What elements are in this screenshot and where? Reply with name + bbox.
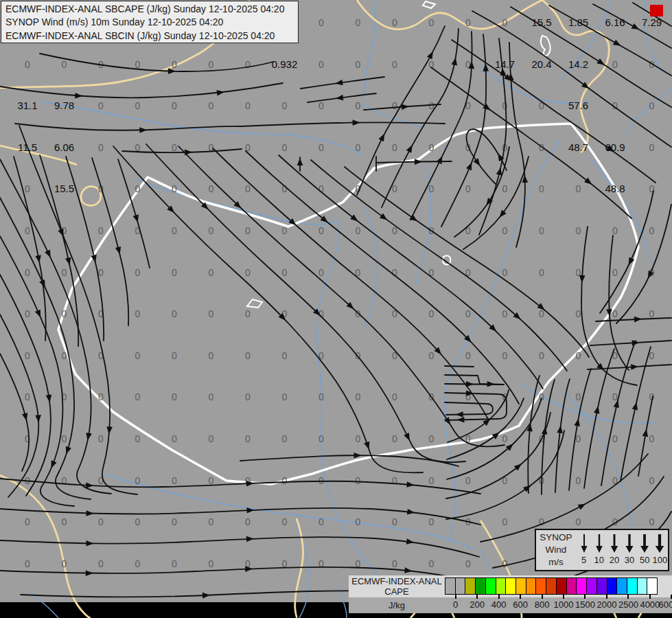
cape-color-swatch bbox=[627, 577, 638, 595]
grid-zero-label: 0 bbox=[429, 183, 435, 194]
cape-legend-param: CAPE bbox=[349, 587, 445, 597]
grid-zero-label: 0 bbox=[429, 433, 435, 444]
grid-zero-label: 0 bbox=[282, 100, 288, 111]
grid-zero-label: 0 bbox=[245, 391, 251, 402]
grid-zero-label: 0 bbox=[135, 308, 141, 319]
station-value: 57.6 bbox=[568, 100, 588, 111]
grid-zero-label: 0 bbox=[209, 350, 214, 361]
grid-zero-label: 0 bbox=[539, 308, 544, 319]
weather-map: 00000015.51.856.167.2900000000.932000001… bbox=[0, 0, 672, 618]
grid-zero-label: 0 bbox=[172, 100, 177, 111]
grid-zero-label: 0 bbox=[62, 558, 67, 569]
grid-zero-label: 0 bbox=[502, 433, 508, 444]
grid-zero-label: 0 bbox=[649, 142, 655, 153]
cape-tick-label: 600 bbox=[513, 599, 528, 610]
grid-zero-label: 0 bbox=[502, 225, 508, 236]
station-value: 6.06 bbox=[54, 141, 74, 153]
cape-tick bbox=[649, 595, 651, 599]
grid-zero-label: 0 bbox=[172, 267, 177, 278]
grid-zero-label: 0 bbox=[356, 433, 361, 444]
grid-zero-label: 0 bbox=[25, 183, 30, 194]
grid-zero-label: 0 bbox=[282, 350, 288, 361]
grid-zero-label: 0 bbox=[135, 100, 141, 111]
wind-speed-arrow-col: 5 bbox=[577, 533, 591, 565]
grid-zero-label: 0 bbox=[356, 59, 361, 70]
grid-zero-label: 0 bbox=[98, 100, 104, 111]
grid-zero-label: 0 bbox=[245, 183, 251, 194]
wind-speed-label: 5 bbox=[581, 555, 586, 565]
grid-zero-label: 0 bbox=[282, 433, 288, 444]
grid-zero-label: 0 bbox=[318, 225, 324, 236]
grid-zero-label: 0 bbox=[135, 350, 141, 361]
cape-color-swatch bbox=[455, 577, 466, 595]
grid-zero-label: 0 bbox=[649, 516, 655, 527]
grid-zero-label: 0 bbox=[209, 516, 214, 527]
grid-zero-label: 0 bbox=[612, 59, 618, 70]
grid-zero-label: 0 bbox=[135, 558, 141, 569]
station-value: 15.5 bbox=[54, 183, 74, 194]
wind-speed-label: 10 bbox=[594, 555, 604, 565]
grid-zero-label: 0 bbox=[356, 516, 361, 527]
grid-zero-label: 0 bbox=[539, 516, 544, 527]
grid-zero-label: 0 bbox=[209, 59, 214, 70]
title-line-sbcape: ECMWF-INDEX-ANAL SBCAPE (J/kg) Sunday 12… bbox=[5, 3, 294, 16]
grid-zero-label: 0 bbox=[172, 433, 177, 444]
grid-zero-label: 0 bbox=[135, 183, 141, 194]
grid-zero-label: 0 bbox=[98, 267, 104, 278]
grid-zero-label: 0 bbox=[318, 142, 324, 153]
title-line-synop-wind: SYNOP Wind (m/s) 10m Sunday 12-10-2025 0… bbox=[5, 16, 294, 29]
wind-legend-title: SYNOP Wind m/s bbox=[536, 530, 576, 570]
grid-zero-label: 0 bbox=[282, 225, 288, 236]
wind-legend-line3: m/s bbox=[548, 556, 564, 569]
grid-zero-label: 0 bbox=[209, 558, 214, 569]
grid-zero-label: 0 bbox=[576, 350, 581, 361]
grid-zero-label: 0 bbox=[392, 391, 397, 402]
grid-zero-label: 0 bbox=[649, 475, 655, 486]
grid-zero-label: 0 bbox=[172, 225, 177, 236]
cape-color-swatch bbox=[445, 577, 456, 595]
wind-legend-line2: Wind bbox=[546, 544, 567, 556]
grid-zero-label: 0 bbox=[172, 183, 177, 194]
grid-zero-label: 0 bbox=[25, 225, 30, 236]
grid-zero-label: 0 bbox=[612, 433, 618, 444]
cape-tick-label: 800 bbox=[535, 599, 550, 610]
grid-zero-label: 0 bbox=[649, 350, 655, 361]
cape-color-swatch bbox=[465, 577, 476, 595]
grid-zero-label: 0 bbox=[282, 516, 288, 527]
cape-color-swatch bbox=[515, 577, 526, 595]
cape-tick-label: 200 bbox=[470, 599, 485, 610]
grid-zero-label: 0 bbox=[318, 59, 324, 70]
grid-zero-label: 0 bbox=[392, 59, 397, 70]
grid-zero-label: 0 bbox=[576, 183, 581, 194]
cape-legend-unit: J/kg bbox=[349, 600, 445, 610]
grid-zero-label: 0 bbox=[576, 475, 581, 486]
cape-color-swatch bbox=[526, 577, 537, 595]
grid-zero-label: 0 bbox=[62, 350, 67, 361]
wind-speed-arrow-col: 100 bbox=[653, 533, 667, 565]
grid-zero-label: 0 bbox=[502, 183, 508, 194]
grid-zero-label: 0 bbox=[649, 225, 655, 236]
grid-zero-label: 0 bbox=[62, 516, 67, 527]
grid-zero-label: 0 bbox=[465, 558, 471, 569]
grid-zero-label: 0 bbox=[62, 308, 67, 319]
station-value: 6.16 bbox=[605, 16, 625, 28]
cape-tick bbox=[627, 595, 629, 599]
cape-legend: ECMWF-INDEX-ANAL CAPE J/kg 0200400600800… bbox=[349, 575, 672, 613]
grid-zero-label: 0 bbox=[172, 350, 177, 361]
grid-zero-label: 0 bbox=[172, 59, 177, 70]
cape-tick-label: 2500 bbox=[618, 599, 638, 610]
grid-zero-label: 0 bbox=[25, 558, 30, 569]
cape-color-swatch bbox=[556, 577, 567, 595]
grid-zero-label: 0 bbox=[502, 17, 508, 28]
grid-zero-label: 0 bbox=[135, 391, 141, 402]
grid-zero-label: 0 bbox=[429, 308, 435, 319]
grid-zero-label: 0 bbox=[465, 183, 471, 194]
grid-zero-label: 0 bbox=[318, 100, 324, 111]
grid-zero-label: 0 bbox=[172, 558, 177, 569]
streamline bbox=[445, 366, 474, 367]
grid-zero-label: 0 bbox=[172, 308, 177, 319]
station-value: 20.4 bbox=[531, 58, 551, 70]
grid-zero-label: 0 bbox=[209, 267, 214, 278]
grid-zero-label: 0 bbox=[502, 350, 508, 361]
grid-zero-label: 0 bbox=[245, 433, 251, 444]
